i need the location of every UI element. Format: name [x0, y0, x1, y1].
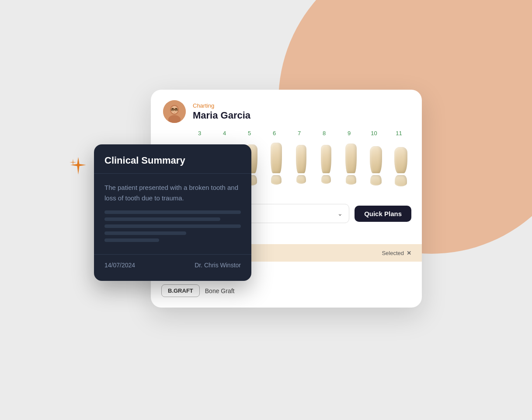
- clinical-summary-card: Clinical Summary The patient presented w…: [94, 144, 251, 281]
- tooth-upper-10[interactable]: [363, 146, 388, 173]
- selected-badge: Selected ✕: [382, 250, 411, 256]
- skeleton-line-2: [104, 217, 220, 221]
- tag-bone-graft: Bone Graft: [205, 287, 235, 294]
- tooth-num-7: 7: [287, 130, 312, 136]
- charting-header: Charting Maria Garcia: [151, 90, 422, 130]
- tooth-num-9: 9: [337, 130, 362, 136]
- avatar: [163, 100, 186, 123]
- tooth-numbers-row: 3 4 5 6 7 8 9 10 11: [151, 130, 422, 136]
- clinical-doctor: Dr. Chris Winstor: [195, 262, 241, 269]
- tooth-upper-6[interactable]: [264, 143, 289, 173]
- tooth-upper-11[interactable]: [388, 147, 413, 173]
- tooth-lower-8[interactable]: [313, 175, 338, 184]
- tooth-upper-9[interactable]: [338, 144, 363, 173]
- clinical-body: The patient presented with a broken toot…: [94, 174, 251, 254]
- tooth-lower-9[interactable]: [338, 175, 363, 185]
- header-text: Charting Maria Garcia: [193, 102, 250, 121]
- tooth-upper-8[interactable]: [313, 145, 338, 173]
- tooth-num-3: 3: [187, 130, 212, 136]
- tooth-num-8: 8: [312, 130, 337, 136]
- quick-plans-button[interactable]: Quick Plans: [355, 206, 411, 222]
- tooth-lower-7[interactable]: [289, 175, 313, 184]
- clinical-title: Clinical Summary: [104, 155, 185, 166]
- chevron-down-icon: ⌄: [337, 210, 343, 217]
- tooth-lower-6[interactable]: [264, 175, 289, 185]
- patient-name: Maria Garcia: [193, 110, 250, 121]
- tooth-num-6: 6: [262, 130, 287, 136]
- tooth-upper-7[interactable]: [289, 145, 313, 173]
- clinical-footer: 14/07/2024 Dr. Chris Winstor: [94, 254, 251, 269]
- tooth-num-4: 4: [212, 130, 237, 136]
- tooth-num-11: 11: [386, 130, 411, 136]
- charting-label: Charting: [193, 102, 250, 109]
- tooth-lower-10[interactable]: [363, 175, 388, 186]
- svg-point-4: [175, 108, 177, 110]
- tag-bgraft[interactable]: B.GRAFT: [161, 284, 200, 297]
- skeleton-line-1: [104, 210, 241, 214]
- skeleton-line-3: [104, 224, 241, 228]
- clinical-title-row: Clinical Summary: [94, 144, 251, 174]
- clinical-date: 14/07/2024: [104, 262, 135, 269]
- tooth-num-10: 10: [362, 130, 386, 136]
- skeleton-line-5: [104, 238, 159, 242]
- deselect-button[interactable]: ✕: [407, 250, 411, 256]
- tooth-num-5: 5: [237, 130, 262, 136]
- svg-point-3: [172, 108, 174, 110]
- skeleton-line-4: [104, 231, 186, 235]
- clinical-body-text: The patient presented with a broken toot…: [104, 182, 241, 203]
- sparkle-icon: [68, 155, 89, 176]
- tooth-lower-11[interactable]: [388, 175, 413, 186]
